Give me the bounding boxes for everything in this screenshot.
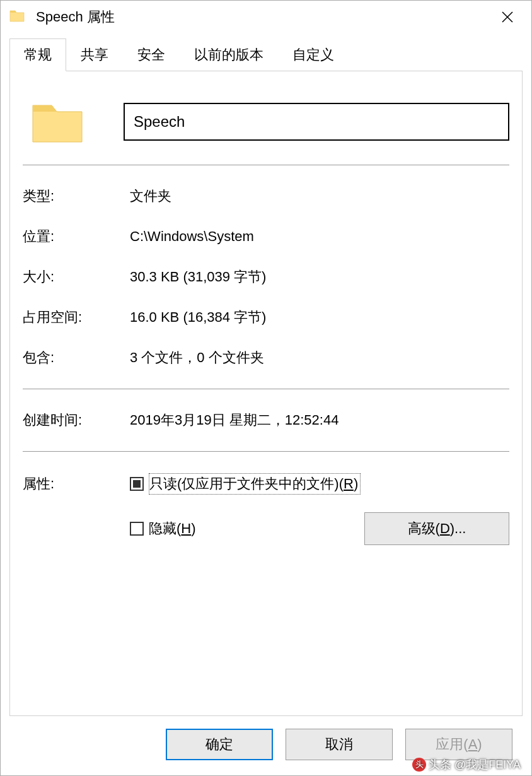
tab-customize[interactable]: 自定义 bbox=[278, 38, 349, 71]
apply-button[interactable]: 应用(A) bbox=[405, 729, 512, 760]
tab-label: 常规 bbox=[24, 47, 52, 62]
disk-size-row: 占用空间: 16.0 KB (16,384 字节) bbox=[23, 308, 509, 327]
close-icon bbox=[502, 11, 513, 23]
folder-icon bbox=[9, 8, 25, 26]
advanced-button[interactable]: 高级(D)... bbox=[364, 512, 509, 545]
created-value: 2019年3月19日 星期二，12:52:44 bbox=[130, 411, 338, 430]
ok-button[interactable]: 确定 bbox=[166, 729, 273, 760]
titlebar: Speech 属性 bbox=[1, 1, 531, 33]
contains-row: 包含: 3 个文件，0 个文件夹 bbox=[23, 348, 509, 367]
tab-panel-general: 类型: 文件夹 位置: C:\Windows\System 大小: 30.3 K… bbox=[9, 71, 523, 716]
location-value: C:\Windows\System bbox=[130, 228, 254, 245]
properties-dialog: Speech 属性 常规 共享 安全 以前的版本 自定义 bbox=[0, 0, 532, 776]
readonly-checkbox[interactable] bbox=[130, 477, 144, 491]
tab-label: 共享 bbox=[81, 47, 108, 62]
size-row: 大小: 30.3 KB (31,039 字节) bbox=[23, 267, 509, 286]
tab-general[interactable]: 常规 bbox=[9, 38, 66, 71]
location-label: 位置: bbox=[23, 227, 130, 246]
button-bar: 确定 取消 应用(A) bbox=[9, 716, 523, 775]
type-row: 类型: 文件夹 bbox=[23, 187, 509, 206]
titlebar-title: Speech 属性 bbox=[36, 8, 489, 26]
type-label: 类型: bbox=[23, 187, 130, 206]
tab-label: 以前的版本 bbox=[194, 47, 263, 62]
tab-label: 安全 bbox=[137, 47, 165, 62]
tab-sharing[interactable]: 共享 bbox=[66, 38, 123, 71]
readonly-label: 只读(仅应用于文件夹中的文件)(R) bbox=[149, 473, 361, 495]
tab-security[interactable]: 安全 bbox=[123, 38, 180, 71]
divider bbox=[23, 451, 509, 452]
disk-size-label: 占用空间: bbox=[23, 308, 130, 327]
name-row bbox=[23, 97, 509, 147]
type-value: 文件夹 bbox=[130, 187, 171, 206]
size-value: 30.3 KB (31,039 字节) bbox=[130, 267, 266, 286]
tabs: 常规 共享 安全 以前的版本 自定义 bbox=[9, 38, 523, 71]
tab-label: 自定义 bbox=[292, 47, 334, 62]
size-label: 大小: bbox=[23, 267, 130, 286]
divider bbox=[23, 165, 509, 165]
created-label: 创建时间: bbox=[23, 411, 130, 430]
tab-previous-versions[interactable]: 以前的版本 bbox=[180, 38, 278, 71]
contains-value: 3 个文件，0 个文件夹 bbox=[130, 348, 264, 367]
created-row: 创建时间: 2019年3月19日 星期二，12:52:44 bbox=[23, 411, 509, 430]
readonly-row: 只读(仅应用于文件夹中的文件)(R) bbox=[130, 473, 509, 495]
content-area: 常规 共享 安全 以前的版本 自定义 类型: 文件夹 bbox=[1, 33, 531, 775]
divider bbox=[23, 389, 509, 389]
attributes-label: 属性: bbox=[23, 473, 130, 493]
hidden-label: 隐藏(H) bbox=[149, 519, 196, 538]
location-row: 位置: C:\Windows\System bbox=[23, 227, 509, 246]
hidden-checkbox[interactable] bbox=[130, 522, 144, 536]
folder-icon bbox=[29, 97, 86, 147]
close-button[interactable] bbox=[489, 4, 526, 30]
folder-name-input[interactable] bbox=[124, 103, 509, 141]
cancel-button[interactable]: 取消 bbox=[286, 729, 393, 760]
disk-size-value: 16.0 KB (16,384 字节) bbox=[130, 308, 266, 327]
attributes-row: 属性: 只读(仅应用于文件夹中的文件)(R) 隐藏(H) 高级(D)... bbox=[23, 473, 509, 545]
contains-label: 包含: bbox=[23, 348, 130, 367]
